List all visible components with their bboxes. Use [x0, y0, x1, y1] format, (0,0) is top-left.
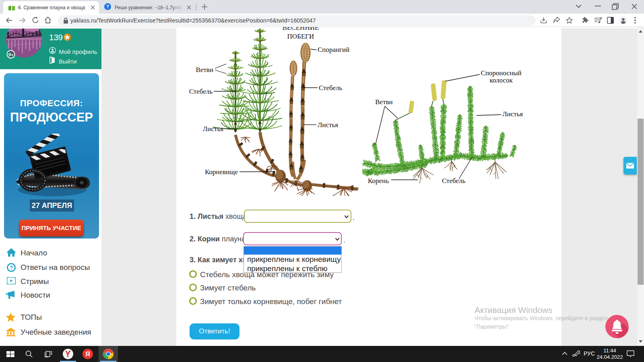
svg-text:Листья: Листья — [502, 110, 523, 118]
svg-text:Корневище: Корневище — [205, 168, 238, 176]
svg-text:Стебель: Стебель — [319, 84, 343, 92]
svg-text:Я: Я — [85, 351, 90, 358]
svg-text:колосок: колосок — [489, 76, 513, 84]
svg-text:Листья: Листья — [318, 121, 338, 129]
svg-text:Ветви: Ветви — [196, 66, 213, 74]
svg-text:Корень: Корень — [368, 177, 389, 185]
svg-text:Спорангий: Спорангий — [318, 46, 349, 53]
svg-text:ПОБЕГИ: ПОБЕГИ — [287, 33, 314, 40]
svg-text:Ветви: Ветви — [375, 98, 392, 106]
svg-text:Листья: Листья — [203, 125, 223, 133]
svg-text:?: ? — [10, 265, 13, 271]
svg-text:ВЕСЕННИЕ: ВЕСЕННИЕ — [283, 27, 319, 31]
svg-text:Я+: Я+ — [8, 53, 13, 57]
svg-text:?: ? — [106, 4, 109, 10]
svg-text:Стебель: Стебель — [442, 177, 466, 185]
svg-text:Спороносный: Спороносный — [481, 69, 521, 77]
svg-text:Стебель: Стебель — [189, 88, 213, 95]
